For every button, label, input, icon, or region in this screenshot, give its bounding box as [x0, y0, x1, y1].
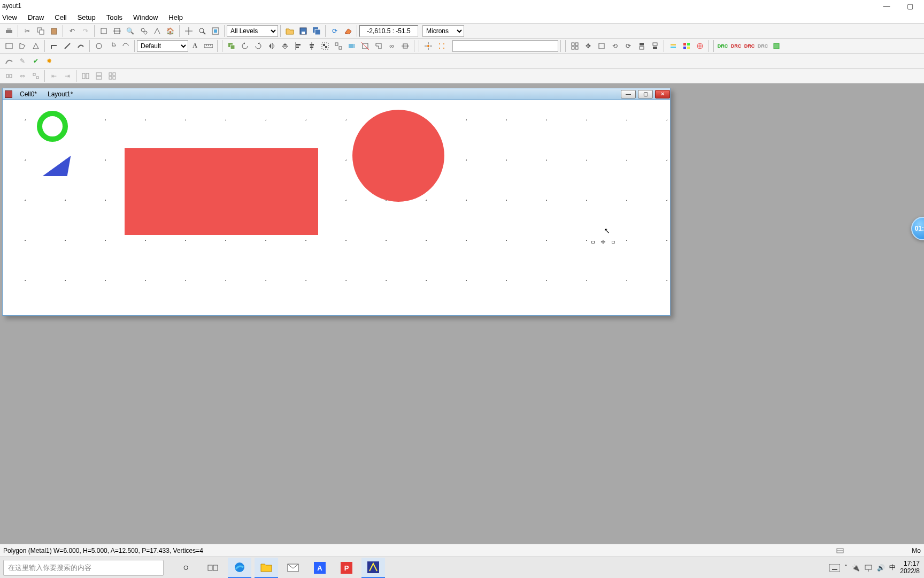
save-all-icon[interactable]: [310, 25, 322, 37]
ortho-wire-icon[interactable]: [48, 40, 60, 52]
taskbar-search-input[interactable]: 在这里输入你要搜索的内容: [3, 560, 164, 576]
reshape-icon[interactable]: [595, 40, 607, 52]
mail-icon[interactable]: [281, 558, 305, 578]
open-cell-icon[interactable]: [111, 25, 123, 37]
layer-view-icon[interactable]: [667, 40, 679, 52]
ruler-tool-icon[interactable]: [202, 40, 214, 52]
check-icon[interactable]: ✔: [29, 55, 42, 67]
curve-tool-icon[interactable]: [3, 55, 15, 67]
rectangle-tool-icon[interactable]: [3, 40, 15, 52]
red-circle-shape[interactable]: [352, 110, 444, 202]
doc-close-button[interactable]: ✕: [655, 90, 670, 98]
redo-icon[interactable]: ↷: [79, 25, 91, 37]
rotate-any-icon[interactable]: ⟳: [622, 40, 634, 52]
extract-icon[interactable]: [770, 40, 782, 52]
copy-icon[interactable]: [34, 25, 47, 37]
menu-help[interactable]: Help: [168, 13, 183, 21]
tray-chevron-icon[interactable]: ˄: [844, 564, 848, 572]
tray-volume-icon[interactable]: 🔊: [877, 564, 885, 572]
menu-tools[interactable]: Tools: [106, 13, 122, 21]
tray-clock[interactable]: 17:17 2022/8: [900, 560, 920, 574]
document-titlebar[interactable]: Cell0* Layout1* — ▢ ✕: [3, 88, 670, 100]
doc-maximize-button[interactable]: ▢: [638, 90, 653, 98]
zoom-icon[interactable]: [196, 25, 208, 37]
eraser-icon[interactable]: [342, 25, 354, 37]
drc-run-icon[interactable]: DRC: [717, 40, 729, 52]
center-v-icon[interactable]: ⇥: [61, 70, 73, 82]
green-ring-shape[interactable]: [37, 111, 68, 142]
duplicate-icon[interactable]: [225, 40, 237, 52]
home-icon[interactable]: 🏠: [164, 25, 176, 37]
flip-v-icon[interactable]: [279, 40, 291, 52]
to-top-icon[interactable]: [635, 40, 648, 52]
menu-window[interactable]: Window: [133, 13, 158, 21]
drc-clear-icon[interactable]: DRC: [757, 40, 769, 52]
menu-cell[interactable]: Cell: [55, 13, 66, 21]
blue-triangle-shape[interactable]: [43, 156, 71, 176]
file-explorer-icon[interactable]: [255, 558, 278, 578]
group-icon[interactable]: [319, 40, 331, 52]
gear-icon[interactable]: ✸: [43, 55, 55, 67]
drc-prev-icon[interactable]: DRC: [743, 40, 756, 52]
task-view-icon[interactable]: [201, 558, 225, 578]
menu-setup[interactable]: Setup: [78, 13, 96, 21]
snap-grid-icon[interactable]: [435, 40, 448, 52]
tray-ime-icon[interactable]: 中: [889, 563, 896, 572]
status-indicator-icon[interactable]: [836, 546, 844, 555]
array-icon[interactable]: [568, 40, 581, 52]
grid-1-icon[interactable]: [79, 70, 91, 82]
layer-combo[interactable]: Default: [137, 40, 188, 52]
design-nav-icon[interactable]: [694, 40, 706, 52]
flip-h-icon[interactable]: [265, 40, 278, 52]
triangle-tool-icon[interactable]: [29, 40, 42, 52]
layout-tab[interactable]: Layout1*: [42, 90, 78, 98]
ungroup-icon[interactable]: [332, 40, 344, 52]
units-combo[interactable]: Microns: [422, 25, 464, 37]
tray-keyboard-icon[interactable]: [829, 564, 840, 572]
layer-palette-icon[interactable]: [680, 40, 692, 52]
polygon-tool-icon[interactable]: [16, 40, 28, 52]
cortana-icon[interactable]: ○: [174, 558, 198, 578]
open-folder-icon[interactable]: [283, 25, 296, 37]
tray-network-icon[interactable]: [864, 564, 873, 572]
align-center-icon[interactable]: [305, 40, 318, 52]
undo-icon[interactable]: ↶: [66, 25, 78, 37]
nibble-icon[interactable]: [372, 40, 384, 52]
drc-next-icon[interactable]: DRC: [730, 40, 742, 52]
refresh-icon[interactable]: ⟳: [328, 25, 341, 37]
layout-canvas[interactable]: ↖ ▫ ✛ ▫: [3, 100, 670, 315]
tray-power-icon[interactable]: 🔌: [852, 564, 860, 572]
red-rectangle-shape[interactable]: [125, 148, 318, 235]
edit-curve-icon[interactable]: ✎: [16, 55, 28, 67]
pie-tool-icon[interactable]: [106, 40, 118, 52]
new-cell-icon[interactable]: [97, 25, 110, 37]
grid-2-icon[interactable]: [93, 70, 105, 82]
menu-view[interactable]: View: [2, 13, 17, 21]
merge-icon[interactable]: [345, 40, 358, 52]
cell-tab[interactable]: Cell0*: [14, 90, 42, 98]
any-wire-icon[interactable]: [74, 40, 87, 52]
diag-wire-icon[interactable]: [61, 40, 73, 52]
rotate-cw-icon[interactable]: [252, 40, 264, 52]
window-maximize-button[interactable]: ▢: [898, 1, 922, 11]
slice-icon[interactable]: [359, 40, 371, 52]
grid-3-icon[interactable]: [106, 70, 118, 82]
rotate-ccw-icon[interactable]: [238, 40, 251, 52]
arc-tool-icon[interactable]: [119, 40, 132, 52]
timer-overlay[interactable]: 01:34: [911, 217, 924, 240]
edge-browser-icon[interactable]: [228, 558, 251, 578]
fit-icon[interactable]: [209, 25, 221, 37]
boolean-icon[interactable]: ∞: [386, 40, 398, 52]
app-p-icon[interactable]: P: [335, 558, 358, 578]
doc-minimize-button[interactable]: —: [621, 90, 636, 98]
save-icon[interactable]: [297, 25, 309, 37]
align-left-icon[interactable]: [292, 40, 304, 52]
align-1-icon[interactable]: [3, 70, 15, 82]
menu-draw[interactable]: Draw: [28, 13, 44, 21]
app-a-icon[interactable]: A: [308, 558, 332, 578]
stretch-icon[interactable]: [399, 40, 411, 52]
snap-icon[interactable]: [422, 40, 434, 52]
binoculars-icon[interactable]: 🔍: [124, 25, 136, 37]
goto-icon[interactable]: [151, 25, 163, 37]
move-icon[interactable]: ✥: [582, 40, 594, 52]
